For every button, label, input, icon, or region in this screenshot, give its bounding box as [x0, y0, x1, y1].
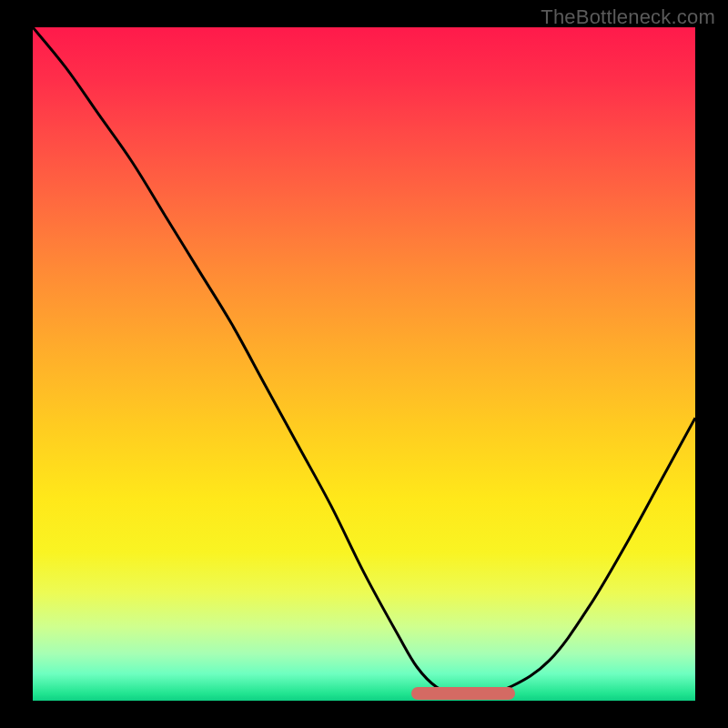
optimal-range-marker — [411, 687, 515, 700]
watermark-text: TheBottleneck.com — [541, 5, 715, 29]
curve-path — [33, 27, 695, 695]
chart-frame: TheBottleneck.com — [0, 0, 728, 728]
plot-area — [33, 27, 695, 701]
bottleneck-curve — [33, 27, 695, 701]
